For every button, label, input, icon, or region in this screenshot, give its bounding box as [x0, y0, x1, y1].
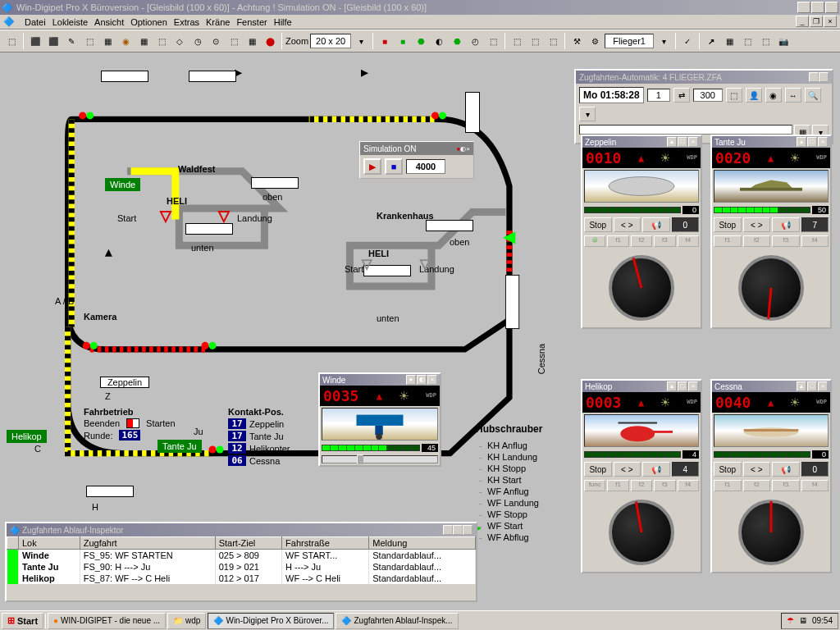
menu-extras[interactable]: Extras — [174, 17, 199, 27]
hub-item[interactable]: WF Anflug — [476, 486, 542, 497]
menu-ansicht[interactable]: Ansicht — [94, 17, 124, 27]
menu-lokleiste[interactable]: Lokleiste — [52, 17, 88, 27]
val-button[interactable]: 7 — [801, 217, 829, 232]
maximize-button[interactable]: □ — [811, 2, 824, 13]
tray-icon[interactable]: ☂ — [787, 616, 794, 625]
automation-val2[interactable]: 300 — [693, 89, 723, 102]
sim-value[interactable]: 4000 — [406, 159, 445, 174]
speed-bar[interactable] — [584, 207, 681, 213]
menu-optionen[interactable]: Optionen — [130, 17, 167, 27]
table-row[interactable]: WindeFS_95: WF STARTEN025 > 809WF START.… — [7, 550, 476, 562]
f4-button[interactable]: f4 — [801, 480, 829, 491]
tb-icon[interactable]: ⬚ — [545, 33, 561, 49]
tb-icon[interactable]: ⬚ — [485, 33, 501, 49]
f2-button[interactable]: f2 — [743, 235, 771, 247]
panel-btn[interactable]: ▴ — [797, 381, 806, 391]
auto-icon[interactable]: ↔ — [785, 88, 801, 103]
horn-button[interactable]: 📢 — [642, 217, 670, 232]
hub-item[interactable]: KH Landung — [476, 451, 542, 463]
child-close-button[interactable]: × — [824, 16, 837, 27]
inspector-table[interactable]: Lok Zugfahrt Start-Ziel Fahrstraße Meldu… — [7, 536, 476, 584]
tb-icon[interactable]: ⊙ — [208, 33, 224, 49]
minimize-button[interactable]: _ — [797, 2, 810, 13]
panel-close[interactable]: × — [688, 137, 698, 147]
f4-button[interactable]: f4 — [678, 235, 699, 247]
helikop-tag[interactable]: Helikop — [7, 430, 47, 443]
f1-button[interactable]: f1 — [714, 480, 742, 491]
table-row[interactable]: Tante JuFS_90: H ---> Ju019 > 021H ---> … — [7, 561, 476, 573]
zeppelin-box[interactable]: Zeppelin — [100, 377, 149, 388]
dir-button[interactable]: < > — [743, 462, 771, 477]
stop-button[interactable]: Stop — [584, 462, 612, 477]
panel-btn[interactable]: ▴ — [667, 137, 677, 147]
tb-icon[interactable]: ◐ — [431, 33, 447, 49]
panel-btn[interactable]: ▴ — [797, 137, 806, 147]
horn-button[interactable]: 📢 — [772, 217, 800, 232]
hub-item[interactable]: KH Stopp — [476, 463, 542, 474]
hub-item[interactable]: KH Anflug — [476, 440, 542, 451]
flieger-input[interactable] — [605, 34, 654, 48]
hub-item[interactable]: WF Abflug — [476, 532, 542, 543]
auto-icon[interactable]: 🔍 — [805, 88, 821, 103]
tb-icon[interactable]: ◉ — [117, 33, 134, 49]
tray-icon[interactable]: 🖥 — [799, 616, 807, 625]
zoom-input[interactable] — [310, 34, 351, 48]
table-row[interactable]: HelikopFS_87: WF --> C Heli012 > 017WF -… — [7, 573, 476, 584]
tb-icon[interactable]: ⬚ — [739, 33, 756, 49]
tb-icon[interactable]: ▦ — [135, 33, 152, 49]
stop-button[interactable]: Stop — [714, 217, 742, 232]
slider[interactable] — [322, 455, 438, 463]
panel-btn[interactable]: □ — [807, 137, 817, 147]
panel-btn[interactable]: ‒ — [809, 72, 819, 82]
tb-icon[interactable]: ▦ — [99, 33, 116, 49]
sim-close[interactable]: × — [466, 145, 470, 153]
menu-hilfe[interactable]: Hilfe — [274, 17, 292, 27]
auto-dropdown-icon[interactable]: ▾ — [579, 107, 596, 121]
task-item[interactable]: ●WIN-DIGIPET - die neue ... — [48, 613, 166, 629]
tb-icon[interactable]: ⬚ — [81, 33, 98, 49]
tb-icon[interactable]: 📷 — [775, 33, 792, 49]
f2-button[interactable]: f2 — [743, 480, 771, 491]
f1-button[interactable]: f1 — [607, 480, 628, 491]
tb-icon[interactable]: ⬚ — [757, 33, 774, 49]
winde-tag[interactable]: Winde — [105, 178, 140, 191]
val-button[interactable]: 0 — [672, 217, 700, 232]
auto-icon[interactable]: ⇄ — [673, 88, 690, 103]
panel-btn[interactable]: □ — [807, 381, 817, 391]
tb-icon[interactable]: ⬚ — [153, 33, 170, 49]
betrieb-toggle[interactable] — [126, 418, 139, 428]
f3-button[interactable]: f3 — [772, 480, 800, 491]
f3-button[interactable]: f3 — [772, 235, 800, 247]
hub-item[interactable]: KH Start — [476, 474, 542, 486]
tb-icon[interactable]: ◴ — [467, 33, 483, 49]
func-button[interactable]: func — [584, 480, 605, 491]
horn-button[interactable]: 📢 — [642, 462, 670, 477]
hub-item[interactable]: WF Landung — [476, 497, 542, 509]
menu-fenster[interactable]: Fenster — [236, 17, 267, 27]
f2-button[interactable]: f2 — [631, 235, 652, 247]
tb-icon[interactable]: ◇ — [171, 33, 188, 49]
panel-btn[interactable]: □ — [678, 137, 687, 147]
menu-kraene[interactable]: Kräne — [206, 17, 230, 27]
stop-button[interactable]: Stop — [584, 217, 612, 232]
tb-dropdown-icon[interactable]: ▾ — [655, 33, 672, 49]
panel-btn[interactable]: ▴ — [667, 381, 677, 391]
f2-button[interactable]: f2 — [631, 480, 652, 491]
hub-item[interactable]: WF Stopp — [476, 509, 542, 520]
menu-datei[interactable]: Datei — [25, 17, 46, 27]
f1-button[interactable]: f1 — [714, 235, 742, 247]
panel-close[interactable]: × — [688, 381, 698, 391]
task-item[interactable]: 📁wdp — [167, 613, 206, 629]
tb-icon[interactable]: ■ — [377, 33, 393, 49]
stop-button[interactable]: Stop — [714, 462, 742, 477]
child-restore-button[interactable]: ❐ — [810, 16, 823, 27]
system-tray[interactable]: ☂ 🖥 09:54 — [781, 613, 838, 629]
speed-bar[interactable] — [584, 451, 681, 458]
tb-icon[interactable]: ▦ — [244, 33, 260, 49]
dir-button[interactable]: < > — [614, 217, 641, 232]
panel-close-btn[interactable]: × — [819, 72, 829, 82]
dir-button[interactable]: < > — [614, 462, 641, 477]
task-item[interactable]: 🔷Zugfahrten Ablauf-Inspek... — [336, 613, 458, 629]
tb-icon[interactable]: ⬛ — [45, 33, 62, 49]
automation-val1[interactable]: 1 — [647, 89, 670, 102]
